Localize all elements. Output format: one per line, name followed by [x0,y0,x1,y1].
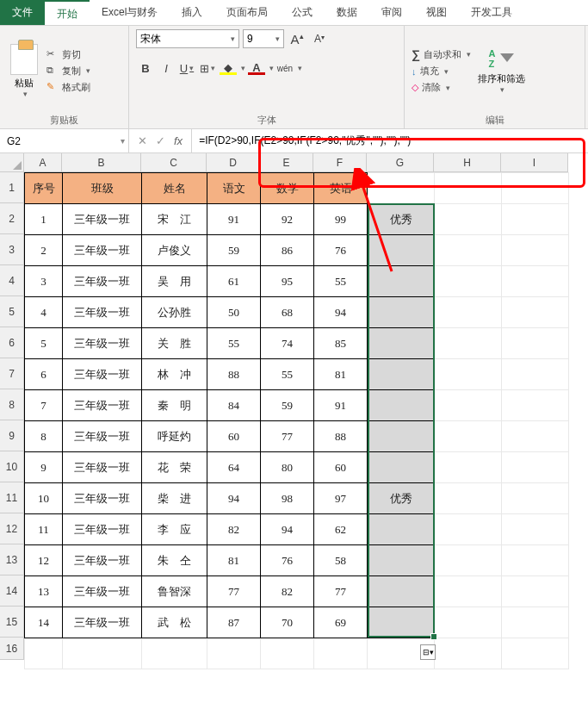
cell[interactable]: 14 [25,607,63,638]
cell[interactable]: 82 [261,576,314,607]
cell[interactable]: 数学 [261,173,314,204]
row-header[interactable]: 5 [0,296,24,327]
cell[interactable]: 鲁智深 [142,576,207,607]
cell[interactable]: 三年级一班 [63,576,142,607]
cell[interactable] [207,638,261,669]
row-header[interactable]: 7 [0,358,24,389]
cell[interactable] [502,328,569,359]
row-header[interactable]: 8 [0,389,24,420]
cell[interactable]: 7 [25,390,63,421]
tab-developer[interactable]: 开发工具 [459,0,524,25]
cell[interactable]: 朱 仝 [142,545,207,576]
cell[interactable]: 公孙胜 [142,297,207,328]
cell[interactable] [502,452,569,483]
cell[interactable]: 55 [261,359,314,390]
cell[interactable] [435,235,502,266]
cell[interactable] [368,514,435,545]
cell[interactable] [502,576,569,607]
cell[interactable]: 三年级一班 [63,204,142,235]
cell[interactable] [502,514,569,545]
cell[interactable]: 91 [314,390,368,421]
cell[interactable]: 55 [314,266,368,297]
cell[interactable]: 59 [261,390,314,421]
cell[interactable]: 6 [25,359,63,390]
cell[interactable]: 柴 进 [142,483,207,514]
cell[interactable]: 64 [207,452,261,483]
cell[interactable] [368,235,435,266]
row-header[interactable]: 12 [0,513,24,544]
cell[interactable]: 68 [261,297,314,328]
cell[interactable]: 语文 [207,173,261,204]
fill-button[interactable]: ↓填充▾ [412,63,471,79]
col-header-I[interactable]: I [501,153,568,172]
cell[interactable]: 70 [261,607,314,638]
cell[interactable] [368,545,435,576]
row-header[interactable]: 16 [0,638,24,660]
cell[interactable]: 77 [261,421,314,452]
cell[interactable] [368,297,435,328]
row-header[interactable]: 1 [0,172,24,203]
name-box[interactable]: G2 ▾ [0,129,129,152]
row-header[interactable]: 4 [0,265,24,296]
border-button[interactable]: ⊞▾ [198,59,217,78]
cell[interactable]: 82 [207,514,261,545]
cell[interactable] [435,328,502,359]
cell[interactable]: 62 [314,514,368,545]
cell[interactable]: 88 [314,421,368,452]
cell[interactable] [502,297,569,328]
cell[interactable] [435,545,502,576]
cell[interactable]: 三年级一班 [63,359,142,390]
sort-filter-button[interactable]: AZ 排序和筛选 ▾ [474,48,529,94]
col-header-B[interactable]: B [62,153,141,172]
cell[interactable]: 76 [261,545,314,576]
cell[interactable] [435,421,502,452]
cell[interactable] [502,421,569,452]
cell[interactable] [502,204,569,235]
cell[interactable] [435,638,502,669]
cell[interactable] [502,359,569,390]
cell[interactable] [435,390,502,421]
cell[interactable]: 林 冲 [142,359,207,390]
cell[interactable]: 76 [314,235,368,266]
cell[interactable] [502,390,569,421]
cell[interactable]: 三年级一班 [63,483,142,514]
cell[interactable] [435,514,502,545]
cell[interactable]: 58 [314,545,368,576]
cell[interactable] [368,266,435,297]
cell[interactable]: 花 荣 [142,452,207,483]
row-header[interactable]: 6 [0,327,24,358]
cell[interactable] [25,638,63,669]
row-header[interactable]: 9 [0,420,24,451]
cell[interactable]: 77 [314,576,368,607]
cell[interactable]: 三年级一班 [63,452,142,483]
cell[interactable]: 50 [207,297,261,328]
cell[interactable]: 80 [261,452,314,483]
col-header-E[interactable]: E [260,153,313,172]
cell[interactable]: 序号 [25,173,63,204]
format-painter-button[interactable]: ✎格式刷 [45,80,92,95]
cell[interactable]: 宋 江 [142,204,207,235]
cell[interactable]: 94 [314,297,368,328]
cell[interactable]: 5 [25,328,63,359]
cell[interactable] [368,173,435,204]
cell[interactable]: 英语 [314,173,368,204]
tab-review[interactable]: 审阅 [369,0,414,25]
font-color-button[interactable]: A [247,59,266,78]
cell[interactable]: 86 [261,235,314,266]
font-name-select[interactable]: 宋体▾ [136,29,239,48]
cell[interactable]: 三年级一班 [63,266,142,297]
cell[interactable] [368,576,435,607]
cell[interactable]: 81 [314,359,368,390]
cell[interactable] [502,266,569,297]
cell[interactable]: 60 [207,421,261,452]
cell[interactable] [502,173,569,204]
cell[interactable]: 三年级一班 [63,421,142,452]
cell[interactable]: 97 [314,483,368,514]
cell[interactable]: 94 [261,514,314,545]
tab-home[interactable]: 开始 [45,0,90,25]
cell[interactable] [314,638,368,669]
cell[interactable]: 84 [207,390,261,421]
cell[interactable]: 三年级一班 [63,235,142,266]
cell[interactable]: 吴 用 [142,266,207,297]
cell[interactable]: 秦 明 [142,390,207,421]
